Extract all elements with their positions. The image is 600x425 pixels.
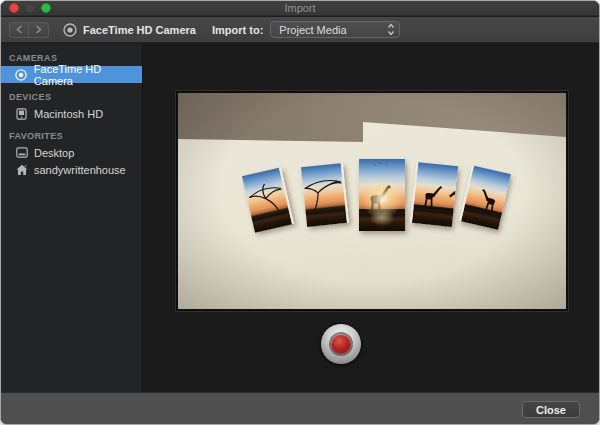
canvas-panel-1 bbox=[242, 167, 294, 233]
forward-button[interactable] bbox=[29, 22, 49, 38]
canvas-panel-3 bbox=[359, 159, 405, 231]
close-button[interactable]: Close bbox=[522, 401, 580, 418]
record-button[interactable] bbox=[320, 323, 362, 365]
import-destination: Import to: Project Media bbox=[212, 17, 400, 42]
import-to-popup[interactable]: Project Media bbox=[270, 21, 400, 38]
bottom-bar: Close bbox=[1, 392, 599, 424]
sidebar-item-facetime-camera[interactable]: FaceTime HD Camera bbox=[1, 66, 142, 83]
canvas-panel-4 bbox=[410, 162, 458, 227]
sidebar-item-label: Macintosh HD bbox=[34, 108, 103, 120]
camera-preview bbox=[175, 90, 569, 312]
preview-area bbox=[143, 44, 599, 394]
content: CAMERAS FaceTime HD Camera DEVICES bbox=[1, 44, 599, 394]
device-name-label: FaceTime HD Camera bbox=[83, 24, 196, 36]
canvas-panel-2 bbox=[301, 163, 349, 227]
history-nav bbox=[9, 22, 49, 38]
sidebar-section-favorites: FAVORITES bbox=[1, 128, 142, 144]
camera-icon bbox=[15, 69, 28, 81]
sidebar-item-label: Desktop bbox=[34, 147, 74, 159]
sidebar-section-devices: DEVICES bbox=[1, 89, 142, 105]
import-to-label: Import to: bbox=[212, 24, 263, 36]
sidebar-item-label: sandywrittenhouse bbox=[34, 164, 126, 176]
sidebar-item-home[interactable]: sandywrittenhouse bbox=[1, 161, 142, 178]
popup-stepper-icon bbox=[387, 23, 395, 36]
sidebar-item-macintosh-hd[interactable]: Macintosh HD bbox=[1, 105, 142, 122]
home-icon bbox=[15, 164, 28, 176]
record-dot-icon bbox=[331, 334, 351, 354]
camera-icon bbox=[63, 23, 77, 37]
import-window: Import FaceTime HD Camera Import to: Pro… bbox=[0, 0, 600, 425]
titlebar: Import bbox=[1, 1, 599, 16]
window-title: Import bbox=[1, 2, 599, 14]
sidebar-item-label: FaceTime HD Camera bbox=[34, 63, 142, 87]
import-to-value: Project Media bbox=[279, 24, 387, 36]
toolbar: FaceTime HD Camera Import to: Project Me… bbox=[1, 17, 599, 43]
back-button[interactable] bbox=[9, 22, 29, 38]
camera-live-image bbox=[178, 93, 566, 309]
canvas-panel-5 bbox=[459, 165, 511, 230]
sidebar: CAMERAS FaceTime HD Camera DEVICES bbox=[1, 44, 143, 394]
hard-drive-icon bbox=[15, 108, 28, 120]
desktop-icon bbox=[15, 147, 28, 158]
sidebar-item-desktop[interactable]: Desktop bbox=[1, 144, 142, 161]
